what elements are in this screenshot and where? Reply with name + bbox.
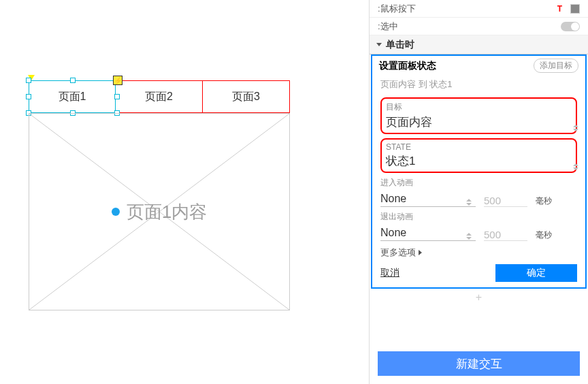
event-section-header[interactable]: 单击时: [370, 35, 588, 54]
enter-anim-label: 进入动画: [380, 177, 577, 189]
resize-handle-ml[interactable]: [26, 94, 31, 99]
more-options-label: 更多选项: [380, 246, 416, 259]
stepper-icon[interactable]: [573, 163, 578, 170]
tab-1[interactable]: 页面1 ⚡: [29, 80, 116, 113]
toggle-switch[interactable]: [561, 22, 580, 31]
duration-unit: 毫秒: [536, 195, 552, 207]
action-header: 设置面板状态 添加目标: [372, 56, 585, 76]
lightning-icon: ⚡: [113, 76, 122, 85]
tab-label: 页面2: [145, 90, 173, 104]
more-options[interactable]: 更多选项: [380, 246, 577, 259]
color-swatch-icon[interactable]: [570, 4, 580, 14]
prop-row-mousedown[interactable]: :鼠标按下 T: [370, 0, 588, 18]
prop-label: :鼠标按下: [378, 3, 416, 15]
exit-anim-duration[interactable]: 500: [484, 229, 527, 241]
tab-label: 页面1: [59, 90, 86, 104]
prop-row-selected[interactable]: :选中: [370, 18, 588, 35]
placeholder-panel[interactable]: 页面1内容: [29, 113, 290, 310]
button-row: 取消 确定: [380, 264, 577, 282]
state-field[interactable]: STATE 状态1: [380, 138, 577, 173]
ok-button[interactable]: 确定: [495, 264, 577, 282]
tabs-row: 页面1 ⚡ 页面2 页面3: [29, 80, 290, 113]
triangle-down-icon: [376, 43, 382, 46]
exit-anim-label-wrap: 退出动画: [380, 211, 577, 223]
event-name: 单击时: [386, 39, 414, 51]
exit-anim-label: 退出动画: [380, 211, 577, 223]
bullet-dot-icon: [112, 208, 120, 216]
duration-unit: 毫秒: [536, 229, 552, 241]
text-style-icon[interactable]: T: [557, 4, 562, 14]
inspector-panel: :鼠标按下 T :选中 单击时 设置面板状态 添加目标 页面内容 到 状态1 目…: [369, 0, 588, 384]
target-value: 页面内容: [386, 114, 572, 131]
cancel-button[interactable]: 取消: [380, 267, 399, 279]
target-label: 目标: [386, 101, 572, 113]
placeholder-text: 页面1内容: [127, 200, 207, 224]
state-label: STATE: [386, 142, 572, 152]
stepper-icon[interactable]: [466, 199, 472, 206]
action-subtitle: 页面内容 到 状态1: [372, 76, 585, 93]
canvas-area[interactable]: 页面1 ⚡ 页面2 页面3 页面1内容: [0, 0, 368, 384]
exit-anim-value: None: [380, 227, 476, 241]
new-interaction-button[interactable]: 新建交互: [378, 351, 580, 376]
interaction-editor: 设置面板状态 添加目标 页面内容 到 状态1 目标 页面内容 STATE 状态1…: [371, 54, 587, 289]
triangle-right-icon: [419, 250, 422, 255]
exit-anim-row: None 500 毫秒: [380, 227, 577, 241]
tab-3[interactable]: 页面3: [203, 80, 290, 113]
resize-handle-tl[interactable]: [26, 78, 31, 83]
enter-anim-duration[interactable]: 500: [484, 195, 527, 207]
exit-anim-select[interactable]: None: [380, 227, 476, 241]
prop-label: :选中: [378, 20, 398, 33]
state-value: 状态1: [386, 153, 572, 170]
enter-anim-value: None: [380, 193, 476, 207]
stepper-icon[interactable]: [466, 233, 472, 240]
stepper-icon[interactable]: [573, 125, 578, 131]
enter-anim-row: None 500 毫秒: [380, 193, 577, 207]
tab-label: 页面3: [232, 90, 260, 104]
tab-2[interactable]: 页面2: [116, 80, 203, 113]
enter-anim-select[interactable]: None: [380, 193, 476, 207]
enter-anim-label-wrap: 进入动画: [380, 177, 577, 189]
resize-handle-mr[interactable]: [114, 94, 120, 99]
resize-handle-tm[interactable]: [70, 78, 76, 83]
add-action-button[interactable]: +: [370, 289, 588, 306]
action-title: 设置面板状态: [379, 60, 436, 72]
target-field[interactable]: 目标 页面内容: [380, 97, 577, 134]
add-target-button[interactable]: 添加目标: [534, 59, 578, 73]
